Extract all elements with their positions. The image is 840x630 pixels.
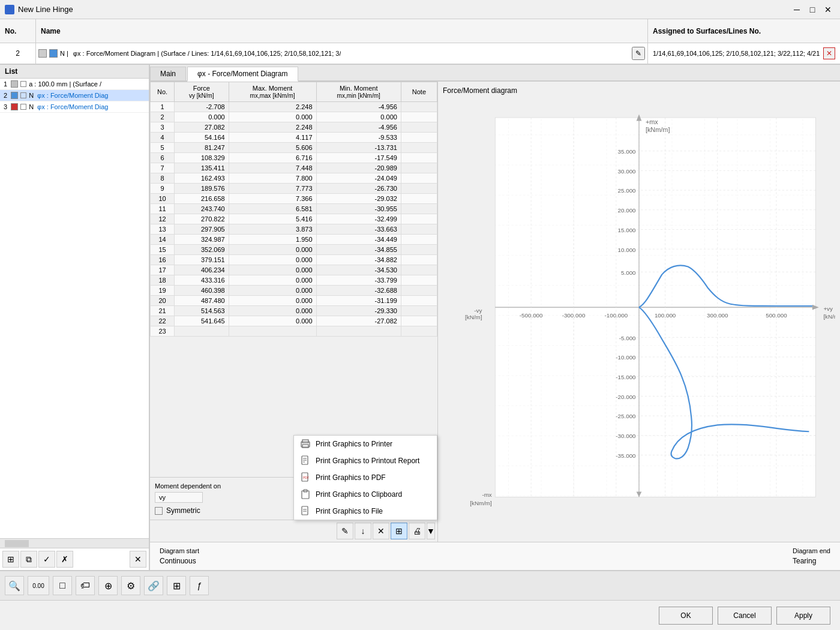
moment-input[interactable] [155, 492, 203, 503]
link-button[interactable]: 🔗 [144, 576, 163, 595]
edit-row-button[interactable]: ✎ [337, 523, 353, 539]
item-label: a : 100.0 mm | (Surface / [29, 80, 101, 88]
table-row[interactable]: 19 460.398 0.000 -32.688 [151, 286, 437, 296]
close-button[interactable]: ✕ [821, 2, 835, 17]
content-area: List 1 a : 100.0 mm | (Surface / 2 N φx … [0, 65, 840, 570]
cell-no: 11 [151, 204, 175, 214]
tab-main[interactable]: Main [150, 67, 186, 80]
cell-no: 1 [151, 102, 175, 112]
cross-button[interactable]: ✗ [56, 551, 73, 568]
table-row[interactable]: 21 514.563 0.000 -29.330 [151, 306, 437, 316]
print-pdf-item[interactable]: PDF Print Graphics to PDF [294, 469, 437, 486]
table-row[interactable]: 10 216.658 7.366 -29.032 [151, 194, 437, 204]
assigned-clear-button[interactable]: ✕ [823, 47, 835, 59]
table-row[interactable]: 23 [151, 326, 437, 337]
print-clipboard-item[interactable]: Print Graphics to Clipboard [294, 486, 437, 503]
delete-row-button[interactable]: ✕ [373, 523, 389, 539]
print-printer-item[interactable]: Print Graphics to Printer [294, 436, 437, 452]
cell-note [401, 184, 437, 194]
no-value: 2 [0, 43, 36, 64]
table-row[interactable]: 8 162.493 7.800 -24.049 [151, 173, 437, 184]
cell-note [401, 122, 437, 133]
chart-area: Force/Moment diagram [438, 82, 840, 542]
list-item[interactable]: 1 a : 100.0 mm | (Surface / [0, 79, 149, 90]
move-row-button[interactable]: ↓ [355, 523, 371, 539]
table-row[interactable]: 12 270.822 5.416 -32.499 [151, 214, 437, 224]
list-item[interactable]: 3 N φx : Force/Moment Diag [0, 101, 149, 113]
ok-button[interactable]: OK [659, 607, 713, 625]
cell-max: 0.000 [229, 286, 316, 296]
cell-min: -4.956 [316, 102, 401, 112]
print-report-item[interactable]: Print Graphics to Printout Report [294, 452, 437, 469]
table-row[interactable]: 22 541.645 0.000 -27.082 [151, 316, 437, 326]
tab-diagram[interactable]: φx - Force/Moment Diagram [187, 67, 298, 82]
apply-button[interactable]: Apply [776, 607, 830, 625]
box-button[interactable]: □ [53, 576, 72, 595]
print-file-item[interactable]: Print Graphics to File [294, 503, 437, 520]
cell-force: 0.000 [175, 112, 229, 122]
print-dropdown-button[interactable]: ▼ [427, 523, 435, 539]
table-scroll[interactable]: No. Forcevy [kN/m] Max. Momentmx,max [kN… [150, 82, 437, 477]
cancel-button[interactable]: Cancel [718, 607, 772, 625]
table-row[interactable]: 5 81.247 5.606 -13.731 [151, 143, 437, 153]
tag-button[interactable]: 🏷 [76, 576, 95, 595]
table-row[interactable]: 20 487.480 0.000 -31.199 [151, 296, 437, 306]
cell-min: -20.989 [316, 163, 401, 173]
name-color-indicator [38, 49, 47, 58]
item-label: φx : Force/Moment Diag [37, 92, 108, 99]
cell-no: 17 [151, 265, 175, 275]
table-row[interactable]: 7 135.411 7.448 -20.989 [151, 163, 437, 173]
svg-text:[kNm/m]: [kNm/m] [470, 500, 492, 506]
crosshair-button[interactable]: ⊕ [98, 576, 118, 595]
zero-button[interactable]: 0.00 [28, 576, 49, 595]
col-min: Min. Momentmx,min [kNm/m] [316, 82, 401, 102]
table-row[interactable]: 9 189.576 7.773 -26.730 [151, 184, 437, 194]
grid-button[interactable]: ⊞ [167, 576, 186, 595]
cell-min: -32.688 [316, 286, 401, 296]
svg-text:-10.000: -10.000 [616, 354, 636, 361]
cell-no: 19 [151, 286, 175, 296]
cell-max: 7.366 [229, 194, 316, 204]
cell-max: 4.117 [229, 133, 316, 143]
function-button[interactable]: ƒ [190, 576, 209, 595]
cell-note [401, 102, 437, 112]
delete-button[interactable]: ✕ [130, 551, 146, 568]
name-edit-button[interactable]: ✎ [632, 47, 645, 60]
pdf-icon: PDF [300, 472, 311, 483]
minimize-button[interactable]: ─ [790, 2, 804, 17]
item-checkbox [20, 92, 26, 98]
item-color-box [11, 103, 18, 110]
table-row[interactable]: 17 406.234 0.000 -34.530 [151, 265, 437, 275]
list-item[interactable]: 2 N φx : Force/Moment Diag [0, 90, 149, 101]
cell-min: -31.199 [316, 296, 401, 306]
horizontal-scrollbar[interactable] [0, 538, 149, 548]
table-row[interactable]: 1 -2.708 2.248 -4.956 [151, 102, 437, 112]
cell-note [401, 224, 437, 235]
cell-note [401, 255, 437, 265]
diagram-end-value: Tearing [793, 557, 830, 565]
print-button[interactable]: 🖨 [409, 523, 425, 539]
cell-no: 6 [151, 153, 175, 163]
table-row[interactable]: 6 108.329 6.716 -17.549 [151, 153, 437, 163]
table-row[interactable]: 18 433.316 0.000 -33.799 [151, 275, 437, 286]
table-view-button[interactable]: ⊞ [391, 523, 407, 539]
table-row[interactable]: 13 297.905 3.873 -33.663 [151, 224, 437, 235]
check-button[interactable]: ✓ [38, 551, 55, 568]
cell-force: 27.082 [175, 122, 229, 133]
table-row[interactable]: 16 379.151 0.000 -34.882 [151, 255, 437, 265]
table-row[interactable]: 2 0.000 0.000 0.000 [151, 112, 437, 122]
symmetric-checkbox[interactable] [155, 507, 163, 515]
duplicate-button[interactable]: ⧉ [20, 551, 37, 568]
svg-text:30.000: 30.000 [618, 168, 637, 175]
cell-no: 2 [151, 112, 175, 122]
table-row[interactable]: 15 352.069 0.000 -34.855 [151, 245, 437, 255]
maximize-button[interactable]: □ [805, 2, 820, 17]
table-row[interactable]: 4 54.164 4.117 -9.533 [151, 133, 437, 143]
search-icon-button[interactable]: 🔍 [5, 576, 24, 595]
table-row[interactable]: 3 27.082 2.248 -4.956 [151, 122, 437, 133]
table-row[interactable]: 11 243.740 6.581 -30.955 [151, 204, 437, 214]
table-row[interactable]: 14 324.987 1.950 -34.449 [151, 235, 437, 245]
gear-button[interactable]: ⚙ [121, 576, 140, 595]
cell-force [175, 326, 229, 337]
new-surface-button[interactable]: ⊞ [2, 551, 19, 568]
